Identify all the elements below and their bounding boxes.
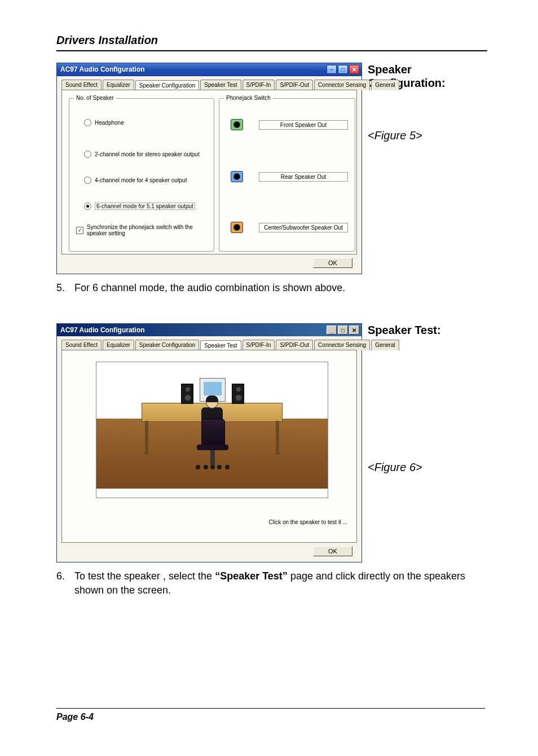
tab-spdif-in[interactable]: S/PDIF-In	[242, 340, 275, 350]
right-speaker-icon[interactable]	[232, 384, 244, 404]
radio-2ch[interactable]	[84, 151, 91, 158]
maximize-button[interactable]: □	[338, 65, 348, 74]
tab-equalizer[interactable]: Equalizer	[103, 80, 134, 90]
step-6-num: 6.	[56, 569, 67, 597]
radio-4ch-row[interactable]: 4-channel mode for 4 speaker output	[84, 177, 187, 184]
jack-front-label: Front Speaker Out	[259, 120, 348, 130]
chair-back	[201, 419, 225, 447]
jack-rear-icon[interactable]	[231, 171, 243, 182]
group-no-of-speaker-legend: No. of Speaker	[74, 95, 116, 101]
radio-headphone[interactable]	[84, 119, 91, 126]
close-button[interactable]: ✕	[349, 65, 359, 74]
title-rule	[56, 50, 487, 51]
figure-6-row: AC97 Audio Configuration _ □ ✕ Sound Eff…	[56, 323, 487, 562]
figure-5-row: AC97 Audio Configuration – □ ✕ Sound Eff…	[56, 63, 487, 274]
check-sync-row[interactable]: ✓ Synchronize the phonejack switch with …	[76, 224, 206, 236]
fig6-ok-row: OK	[61, 543, 357, 557]
jack-front-row: Front Speaker Out	[231, 119, 348, 130]
ok-button[interactable]: OK	[313, 258, 352, 268]
left-speaker-icon[interactable]	[181, 384, 193, 404]
radio-2ch-row[interactable]: 2-channel mode for stereo speaker output	[84, 151, 200, 158]
jack-rear-row: Rear Speaker Out	[231, 171, 348, 182]
fig6-window-title: AC97 Audio Configuration	[60, 326, 145, 334]
fig5-body: Sound Effect Equalizer Speaker Configura…	[57, 76, 361, 274]
tab-spdif-out[interactable]: S/PDIF-Out	[276, 80, 313, 90]
step-6: 6. To test the speaker , select the “Spe…	[56, 569, 487, 597]
jack-hole-icon	[233, 121, 240, 128]
jack-hole-icon	[233, 173, 240, 180]
step-5: 5. For 6 channel mode, the audio combina…	[56, 281, 487, 295]
tab-spdif-out[interactable]: S/PDIF-Out	[276, 340, 313, 350]
person-hair	[206, 395, 218, 402]
tab-equalizer[interactable]: Equalizer	[103, 340, 134, 350]
step-5-text: For 6 channel mode, the audio combinatio…	[74, 281, 345, 295]
tab-connector-sensing[interactable]: Connector Sensing	[314, 80, 370, 90]
jack-center-row: Center/Subwoofer Speaker Out	[231, 222, 348, 233]
group-phonejack-switch: Phonejack Switch Front Speaker Out Rear …	[219, 98, 355, 252]
fig6-body: Sound Effect Equalizer Speaker Configura…	[57, 336, 361, 562]
minimize-button[interactable]: _	[327, 326, 337, 335]
ok-button[interactable]: OK	[313, 546, 352, 556]
document-page: Drivers Installation AC97 Audio Configur…	[0, 0, 538, 756]
step-6-text: To test the speaker , select the “Speake…	[74, 569, 487, 597]
maximize-button[interactable]: □	[338, 326, 348, 335]
speaker-test-hint: Click on the speaker to test it ...	[268, 519, 347, 525]
jack-front-icon[interactable]	[231, 119, 243, 130]
fig5-ok-row: OK	[61, 254, 357, 269]
radio-6ch-dot	[86, 205, 89, 208]
tab-general[interactable]: General	[371, 340, 399, 350]
check-sync-label: Synchronize the phonejack switch with th…	[87, 224, 205, 236]
group-no-of-speaker: No. of Speaker Headphone 2-channel mode …	[69, 98, 214, 252]
tab-general[interactable]: General	[371, 80, 399, 90]
radio-4ch[interactable]	[84, 177, 91, 184]
fig6-caption: <Figure 6>	[368, 461, 441, 474]
spacer	[368, 376, 441, 421]
fig5-side: Speaker Configuration: <Figure 5>	[368, 63, 487, 142]
group-phonejack-legend: Phonejack Switch	[224, 95, 273, 101]
fig6-tabs: Sound Effect Equalizer Speaker Configura…	[61, 340, 357, 350]
step-5-num: 5.	[56, 281, 67, 295]
page-number: Page 6-4	[56, 708, 485, 722]
step-6-pre: To test the speaker , select the	[74, 570, 215, 582]
radio-headphone-label: Headphone	[95, 120, 124, 126]
jack-hole-icon	[233, 224, 240, 231]
chair-seat	[197, 445, 228, 450]
fig5-window: AC97 Audio Configuration – □ ✕ Sound Eff…	[56, 63, 362, 274]
fig6-window-buttons: _ □ ✕	[327, 326, 359, 335]
fig6-side-title: Speaker Test:	[368, 323, 441, 337]
tab-speaker-configuration[interactable]: Speaker Configuration	[135, 340, 200, 350]
speaker-test-illustration[interactable]	[96, 362, 328, 498]
jack-center-icon[interactable]	[231, 222, 243, 233]
radio-4ch-label: 4-channel mode for 4 speaker output	[95, 177, 187, 183]
minimize-button[interactable]: –	[327, 65, 337, 74]
chair-wheels	[196, 464, 230, 469]
fig6-window: AC97 Audio Configuration _ □ ✕ Sound Eff…	[56, 323, 362, 562]
jack-rear-label: Rear Speaker Out	[259, 172, 348, 182]
fig5-tabpage: No. of Speaker Headphone 2-channel mode …	[61, 90, 357, 254]
tab-spdif-in[interactable]: S/PDIF-In	[242, 80, 275, 90]
spacer	[56, 295, 487, 323]
radio-6ch-label: 6-channel mode for 5.1 speaker output	[95, 203, 195, 210]
radio-2ch-label: 2-channel mode for stereo speaker output	[95, 151, 200, 157]
tab-speaker-test[interactable]: Speaker Test	[200, 80, 241, 90]
fig5-window-title: AC97 Audio Configuration	[60, 65, 145, 73]
fig5-tabs: Sound Effect Equalizer Speaker Configura…	[61, 80, 357, 90]
chair-base	[210, 450, 215, 465]
radio-6ch[interactable]	[84, 203, 91, 210]
person-head	[206, 396, 218, 408]
radio-6ch-row[interactable]: 6-channel mode for 5.1 speaker output	[84, 203, 195, 210]
tab-sound-effect[interactable]: Sound Effect	[61, 80, 102, 90]
desk-leg-left	[145, 421, 148, 455]
tab-sound-effect[interactable]: Sound Effect	[61, 340, 102, 350]
jack-center-label: Center/Subwoofer Speaker Out	[259, 223, 348, 232]
radio-headphone-row[interactable]: Headphone	[84, 119, 124, 126]
page-title: Drivers Installation	[56, 34, 487, 47]
close-button[interactable]: ✕	[349, 326, 359, 335]
step-6-bold: “Speaker Test”	[215, 570, 288, 582]
fig6-titlebar: AC97 Audio Configuration _ □ ✕	[57, 324, 361, 336]
fig5-window-buttons: – □ ✕	[327, 65, 359, 74]
fig5-caption: <Figure 5>	[368, 129, 487, 142]
check-sync[interactable]: ✓	[76, 227, 83, 234]
tab-connector-sensing[interactable]: Connector Sensing	[314, 340, 370, 350]
fig5-titlebar: AC97 Audio Configuration – □ ✕	[57, 63, 361, 76]
